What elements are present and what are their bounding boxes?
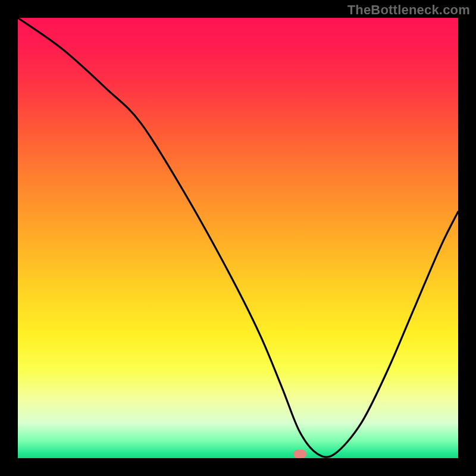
optimal-marker — [293, 450, 306, 458]
chart-frame: TheBottleneck.com — [0, 0, 476, 476]
plot-area — [18, 18, 458, 458]
bottleneck-curve — [18, 18, 458, 458]
watermark-label: TheBottleneck.com — [347, 2, 470, 18]
